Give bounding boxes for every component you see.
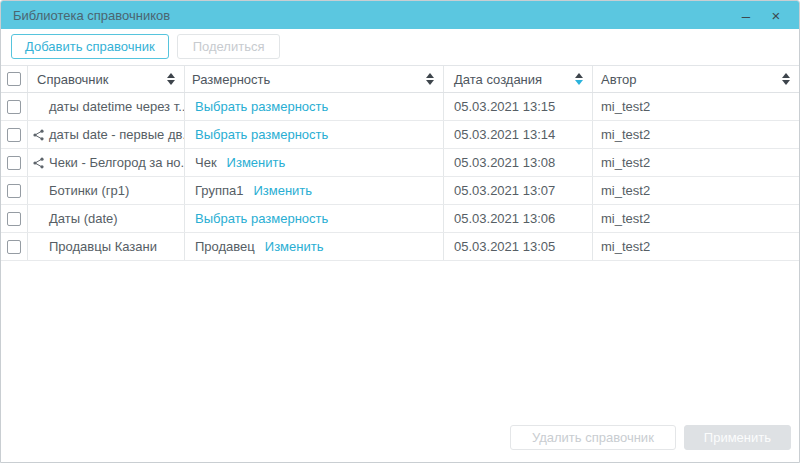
choose-dimension-link[interactable]: Выбрать размерность bbox=[195, 211, 328, 226]
shared-icon bbox=[33, 156, 49, 170]
row-checkbox[interactable] bbox=[7, 128, 21, 142]
dimension-value: Группа1 bbox=[195, 183, 243, 198]
edit-dimension-link[interactable]: Изменить bbox=[265, 239, 324, 254]
author: mi_test2 bbox=[593, 177, 799, 204]
choose-dimension-link[interactable]: Выбрать размерность bbox=[195, 127, 328, 142]
author: mi_test2 bbox=[593, 149, 799, 176]
table-row: Даты (date) Выбрать размерность 05.03.20… bbox=[1, 205, 799, 233]
table-row: даты datetime через т... Выбрать размерн… bbox=[1, 93, 799, 121]
dictionary-name: Продавцы Казани bbox=[49, 239, 157, 254]
dimension-value: Продавец bbox=[195, 239, 255, 254]
row-checkbox[interactable] bbox=[7, 212, 21, 226]
sort-icon[interactable] bbox=[426, 73, 434, 85]
created-date: 05.03.2021 13:07 bbox=[444, 177, 593, 204]
row-checkbox[interactable] bbox=[7, 156, 21, 170]
window-title: Библиотека справочников bbox=[13, 8, 735, 23]
author: mi_test2 bbox=[593, 205, 799, 232]
footer-actions: Удалить справочник Применить bbox=[510, 425, 791, 450]
dictionary-name: Даты (date) bbox=[49, 211, 118, 226]
toolbar: Добавить справочник Поделиться bbox=[1, 29, 799, 65]
minimize-icon[interactable]: – bbox=[735, 4, 757, 26]
created-date: 05.03.2021 13:05 bbox=[444, 233, 593, 260]
dimension-value: Чек bbox=[195, 155, 217, 170]
sort-icon[interactable] bbox=[167, 73, 175, 85]
sort-icon-active-desc[interactable] bbox=[575, 73, 583, 85]
created-date: 05.03.2021 13:14 bbox=[444, 121, 593, 148]
select-all-checkbox[interactable] bbox=[7, 72, 21, 86]
dictionary-name: даты datetime через т... bbox=[49, 99, 185, 114]
author: mi_test2 bbox=[593, 233, 799, 260]
dictionary-name: Ботинки (гр1) bbox=[49, 183, 129, 198]
delete-dictionary-button[interactable]: Удалить справочник bbox=[510, 425, 676, 450]
edit-dimension-link[interactable]: Изменить bbox=[253, 183, 312, 198]
title-bar: Библиотека справочников – × bbox=[1, 1, 799, 29]
row-checkbox[interactable] bbox=[7, 100, 21, 114]
created-date: 05.03.2021 13:15 bbox=[444, 93, 593, 120]
shared-icon bbox=[33, 128, 49, 142]
dictionary-name: даты date - первые дв... bbox=[49, 127, 185, 142]
created-date: 05.03.2021 13:08 bbox=[444, 149, 593, 176]
created-date: 05.03.2021 13:06 bbox=[444, 205, 593, 232]
close-icon[interactable]: × bbox=[765, 4, 787, 26]
column-header-name[interactable]: Справочник bbox=[28, 66, 185, 92]
column-header-dimension[interactable]: Размерность bbox=[185, 66, 444, 92]
table-body: даты datetime через т... Выбрать размерн… bbox=[1, 93, 799, 261]
column-header-created[interactable]: Дата создания bbox=[444, 66, 593, 92]
row-checkbox[interactable] bbox=[7, 240, 21, 254]
table-row: Ботинки (гр1) Группа1Изменить 05.03.2021… bbox=[1, 177, 799, 205]
dictionary-library-dialog: Библиотека справочников – × Добавить спр… bbox=[0, 0, 800, 463]
table-row: даты date - первые дв... Выбрать размерн… bbox=[1, 121, 799, 149]
choose-dimension-link[interactable]: Выбрать размерность bbox=[195, 99, 328, 114]
table-row: Продавцы Казани ПродавецИзменить 05.03.2… bbox=[1, 233, 799, 261]
apply-button[interactable]: Применить bbox=[684, 425, 791, 450]
table-header: Справочник Размерность Дата создания Авт… bbox=[1, 65, 799, 93]
column-header-author[interactable]: Автор bbox=[593, 66, 799, 92]
share-button[interactable]: Поделиться bbox=[177, 34, 281, 59]
row-checkbox[interactable] bbox=[7, 184, 21, 198]
sort-icon[interactable] bbox=[782, 73, 790, 85]
table-row: Чеки - Белгород за но... ЧекИзменить 05.… bbox=[1, 149, 799, 177]
dictionary-name: Чеки - Белгород за но... bbox=[49, 155, 185, 170]
author: mi_test2 bbox=[593, 93, 799, 120]
edit-dimension-link[interactable]: Изменить bbox=[227, 155, 286, 170]
add-dictionary-button[interactable]: Добавить справочник bbox=[11, 34, 169, 59]
author: mi_test2 bbox=[593, 121, 799, 148]
